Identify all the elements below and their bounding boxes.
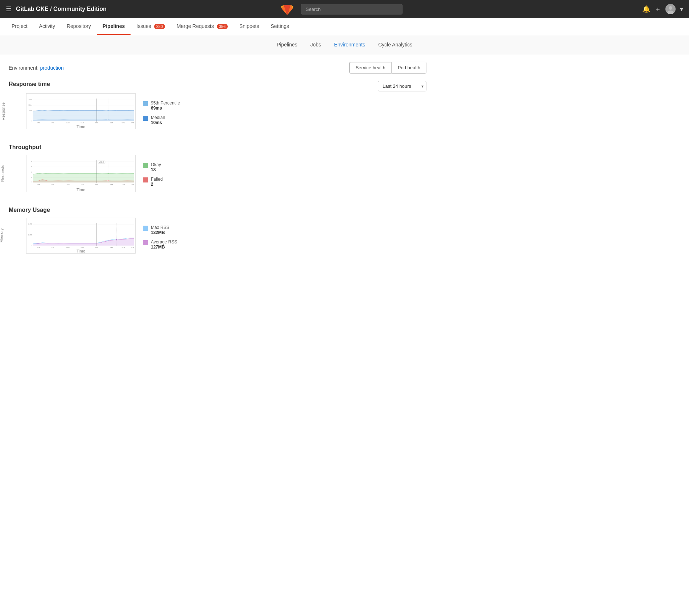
- pipeline-tabs: Pipelines Jobs Environments Cycle Analyt…: [0, 35, 689, 54]
- legend-avg-rss-text: Average RSS 127MB: [151, 239, 177, 250]
- svg-text:12PM: 12PM: [121, 247, 125, 248]
- legend-95th-color: [143, 101, 148, 106]
- tab-jobs[interactable]: Jobs: [304, 39, 328, 50]
- search-input[interactable]: [301, 4, 403, 15]
- throughput-y-label: Requests: [0, 165, 5, 182]
- avatar[interactable]: [665, 4, 676, 14]
- svg-text:9 AM: 9 AM: [110, 184, 113, 185]
- legend-okay: Okay 18: [143, 162, 186, 172]
- nav-activity[interactable]: Activity: [33, 18, 61, 35]
- health-buttons: Service health Pod health: [349, 62, 426, 74]
- env-label: Environment: production: [9, 65, 64, 71]
- nav-settings[interactable]: Settings: [265, 18, 295, 35]
- legend-failed-text: Failed 2: [151, 177, 163, 187]
- time-select-wrap: Last 30 minutes Last 1 hour Last 3 hours…: [378, 81, 426, 91]
- throughput-legend: Okay 18 Failed 2: [143, 155, 186, 191]
- memory-usage-title: Memory Usage: [9, 207, 426, 213]
- svg-text:10: 10: [31, 177, 32, 178]
- svg-text:3PM: 3PM: [131, 247, 134, 248]
- memory-x-label: Time: [26, 249, 135, 253]
- nav-repository[interactable]: Repository: [61, 18, 97, 35]
- svg-text:3PM: 3PM: [131, 122, 134, 124]
- nav-project[interactable]: Project: [6, 18, 33, 35]
- throughput-section: Throughput Requests 40 30 20: [9, 144, 426, 192]
- response-time-chart-container: Response 150ms 100ms 50ms 0: [9, 93, 426, 130]
- issues-badge: 280: [154, 24, 165, 29]
- legend-median-color: [143, 116, 148, 121]
- hamburger-icon[interactable]: ☰: [6, 5, 12, 13]
- svg-text:256MB: 256MB: [28, 234, 33, 236]
- brand-title: GitLab GKE / Community Edition: [16, 6, 107, 12]
- nav-issues[interactable]: Issues 280: [131, 18, 171, 35]
- env-link[interactable]: production: [40, 65, 63, 71]
- time-dropdown[interactable]: Last 30 minutes Last 1 hour Last 3 hours…: [378, 81, 426, 91]
- svg-text:9 PM: 9 PM: [51, 122, 54, 124]
- svg-text:9 PM: 9 PM: [51, 247, 54, 248]
- tab-environments[interactable]: Environments: [327, 39, 372, 50]
- svg-text:9 AM: 9 AM: [110, 122, 113, 124]
- svg-point-39: [107, 180, 109, 182]
- throughput-chart-container: Requests 40 30 20 10 0: [9, 155, 426, 192]
- plus-icon[interactable]: ＋: [655, 5, 661, 13]
- legend-avg-rss-color: [143, 240, 148, 245]
- throughput-title: Throughput: [9, 144, 426, 151]
- legend-failed-color: [143, 177, 148, 182]
- legend-failed: Failed 2: [143, 177, 186, 187]
- brand-logo: [281, 2, 294, 16]
- svg-text:6 PM: 6 PM: [37, 247, 40, 248]
- nav-right: 🔔 ＋ ▾: [642, 4, 683, 14]
- legend-max-rss-text: Max RSS 132MB: [151, 225, 169, 235]
- svg-text:0: 0: [32, 245, 32, 246]
- legend-median: Median 10ms: [143, 115, 186, 125]
- memory-chart-area: 512MB 256MB 0: [26, 218, 136, 254]
- response-time-chart-wrap: Response 150ms 100ms 50ms 0: [9, 93, 136, 129]
- memory-usage-section: Memory Usage Memory 512MB 256MB 0: [9, 207, 426, 254]
- legend-max-rss: Max RSS 132MB: [143, 225, 186, 235]
- throughput-chart-area: 40 30 20 10 0 v8.14.3: [26, 155, 136, 192]
- svg-text:v8.14.3: v8.14.3: [99, 161, 104, 163]
- legend-max-rss-color: [143, 226, 148, 231]
- svg-point-38: [107, 173, 109, 174]
- main-content: Environment: production Service health P…: [0, 54, 435, 276]
- throughput-x-label: Time: [26, 188, 135, 192]
- svg-text:50ms: 50ms: [29, 110, 32, 111]
- svg-text:3 AM: 3 AM: [81, 122, 84, 124]
- svg-text:20: 20: [31, 172, 32, 173]
- nav-snippets[interactable]: Snippets: [234, 18, 265, 35]
- svg-text:40: 40: [31, 161, 32, 162]
- svg-text:3PM: 3PM: [131, 184, 134, 185]
- response-time-svg: 150ms 100ms 50ms 0: [26, 97, 135, 124]
- svg-text:6 AM: 6 AM: [95, 122, 98, 124]
- throughput-chart-wrap: Requests 40 30 20 10 0: [9, 155, 136, 192]
- response-time-section: Response time Last 30 minutes Last 1 hou…: [9, 81, 426, 130]
- pod-health-button[interactable]: Pod health: [392, 62, 426, 74]
- service-health-button[interactable]: Service health: [349, 62, 391, 74]
- svg-text:0: 0: [32, 181, 32, 183]
- svg-point-57: [116, 239, 117, 241]
- chevron-down-icon[interactable]: ▾: [680, 5, 683, 13]
- memory-y-label: Memory: [0, 229, 4, 243]
- nav-pipelines[interactable]: Pipelines: [97, 18, 131, 35]
- svg-text:12 AM: 12 AM: [66, 247, 69, 248]
- svg-text:12PM: 12PM: [121, 122, 125, 124]
- svg-text:30: 30: [31, 166, 32, 168]
- throughput-svg: 40 30 20 10 0 v8.14.3: [26, 159, 135, 187]
- tab-pipelines[interactable]: Pipelines: [270, 39, 304, 50]
- svg-text:0: 0: [32, 120, 32, 122]
- env-bar: Environment: production Service health P…: [9, 62, 426, 74]
- legend-avg-rss: Average RSS 127MB: [143, 239, 186, 250]
- svg-text:6 PM: 6 PM: [37, 184, 40, 185]
- bell-icon[interactable]: 🔔: [642, 5, 650, 13]
- svg-text:150ms: 150ms: [28, 99, 32, 100]
- response-x-label: Time: [26, 124, 135, 129]
- memory-chart-wrap: Memory 512MB 256MB 0: [9, 218, 136, 254]
- nav-merge-requests[interactable]: Merge Requests 356: [171, 18, 234, 35]
- response-time-title: Response time: [9, 81, 50, 87]
- svg-text:9 AM: 9 AM: [110, 247, 113, 248]
- svg-point-1: [669, 6, 672, 10]
- svg-text:6 PM: 6 PM: [37, 122, 40, 124]
- memory-chart-container: Memory 512MB 256MB 0: [9, 218, 426, 254]
- tab-cycle-analytics[interactable]: Cycle Analytics: [372, 39, 419, 50]
- svg-text:3 AM: 3 AM: [81, 184, 84, 185]
- svg-text:12 AM: 12 AM: [66, 184, 69, 185]
